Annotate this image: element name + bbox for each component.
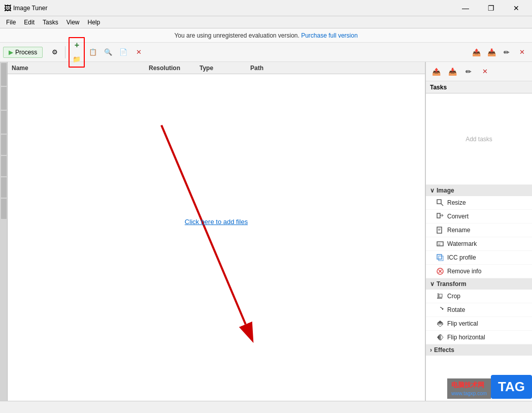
edit-task-icon: ✏ bbox=[466, 68, 472, 76]
delete-button[interactable]: ✕ bbox=[131, 45, 146, 59]
task-export-button[interactable]: 📤 bbox=[469, 45, 483, 59]
section-image[interactable]: ∨ Image bbox=[426, 185, 532, 196]
section-transform[interactable]: ∨ Transform bbox=[426, 278, 532, 290]
section-effects-chevron: › bbox=[430, 346, 432, 354]
thumb-item bbox=[1, 135, 7, 155]
copy-button[interactable]: 📋 bbox=[86, 45, 100, 59]
svg-line-3 bbox=[441, 204, 443, 206]
edit-icon: ✏ bbox=[504, 48, 510, 56]
menu-view[interactable]: View bbox=[62, 18, 84, 27]
task-item-flipv[interactable]: Flip vertical bbox=[426, 317, 532, 331]
add-file-highlight-box: + 📁 bbox=[69, 37, 85, 68]
import-icon: 📥 bbox=[487, 48, 496, 56]
close-button[interactable]: ✕ bbox=[505, 0, 528, 16]
section-transform-chevron: ∨ bbox=[430, 280, 435, 288]
section-image-label: Image bbox=[437, 187, 454, 194]
svg-marker-25 bbox=[437, 334, 440, 340]
col-header-type: Type bbox=[195, 65, 246, 72]
resize-icon bbox=[436, 199, 444, 207]
fliph-icon bbox=[436, 333, 444, 341]
section-image-chevron: ∨ bbox=[430, 187, 435, 194]
process-button[interactable]: ▶ Process bbox=[3, 47, 43, 58]
convert-icon bbox=[436, 212, 444, 220]
add-task-icon: 📤 bbox=[432, 68, 441, 76]
task-item-icc[interactable]: ICC profile bbox=[426, 251, 532, 265]
search-icon: 🔍 bbox=[104, 48, 112, 56]
click-to-add-link[interactable]: Click here to add files bbox=[185, 218, 248, 226]
settings-button[interactable]: ⚙ bbox=[48, 45, 62, 59]
task-item-fliph[interactable]: Flip horizontal bbox=[426, 331, 532, 344]
tasks-header: Tasks bbox=[426, 81, 532, 93]
svg-marker-21 bbox=[442, 308, 444, 310]
menu-tasks[interactable]: Tasks bbox=[39, 18, 62, 27]
right-toolbar-btn3[interactable]: ✏ bbox=[461, 65, 476, 79]
add-file-button[interactable]: + bbox=[70, 38, 84, 52]
menu-edit[interactable]: Edit bbox=[20, 18, 39, 27]
app-icon: 🖼 bbox=[4, 4, 11, 12]
task-label-removeinfo: Remove info bbox=[447, 268, 481, 275]
col-header-path: Path bbox=[246, 65, 425, 72]
crop-icon bbox=[436, 292, 444, 300]
process-icon: ▶ bbox=[9, 49, 13, 56]
section-transform-label: Transform bbox=[437, 280, 467, 288]
task-label-icc: ICC profile bbox=[447, 254, 476, 261]
copy-icon: 📋 bbox=[89, 48, 97, 56]
svg-text:W: W bbox=[438, 243, 441, 246]
thumb-item bbox=[1, 63, 7, 86]
window-controls: — ❐ ✕ bbox=[454, 0, 528, 16]
task-item-watermark[interactable]: W Watermark bbox=[426, 237, 532, 251]
task-item-resize[interactable]: Resize bbox=[426, 196, 532, 210]
svg-rect-14 bbox=[439, 256, 443, 261]
task-label-resize: Resize bbox=[447, 199, 466, 206]
svg-marker-27 bbox=[441, 334, 443, 340]
notification-text: You are using unregistered evaluation ve… bbox=[174, 32, 299, 39]
menu-help[interactable]: Help bbox=[84, 18, 105, 27]
task-label-rotate: Rotate bbox=[447, 306, 465, 313]
task-label-convert: Convert bbox=[447, 213, 469, 220]
file-area[interactable]: Click here to add files bbox=[8, 74, 425, 401]
svg-rect-20 bbox=[439, 294, 442, 297]
remove-task-icon: ✕ bbox=[482, 68, 488, 75]
file-panel: Name Resolution Type Path Click here to … bbox=[8, 62, 425, 401]
task-close-button[interactable]: ✕ bbox=[515, 45, 529, 59]
import-task-icon: 📥 bbox=[448, 68, 457, 76]
tasks-list: ∨ Image Resize Convert bbox=[426, 185, 532, 401]
svg-rect-2 bbox=[437, 200, 441, 204]
app-title: Image Tuner bbox=[13, 5, 454, 12]
section-effects[interactable]: › Effects bbox=[426, 344, 532, 356]
watermark-icon: W bbox=[436, 240, 444, 248]
add-folder-button[interactable]: 📁 bbox=[70, 52, 84, 67]
svg-marker-22 bbox=[437, 321, 443, 323]
toolbar-right: 📤 📥 ✏ ✕ bbox=[469, 45, 529, 59]
search-button[interactable]: 🔍 bbox=[101, 45, 115, 59]
section-effects-label: Effects bbox=[434, 346, 454, 354]
menu-file[interactable]: File bbox=[2, 18, 20, 27]
task-import-button[interactable]: 📥 bbox=[484, 45, 498, 59]
task-label-flipv: Flip vertical bbox=[447, 320, 478, 327]
restore-button[interactable]: ❐ bbox=[479, 0, 503, 16]
task-close-icon: ✕ bbox=[519, 48, 525, 56]
task-item-rename[interactable]: Rename bbox=[426, 224, 532, 237]
task-item-convert[interactable]: Convert bbox=[426, 210, 532, 224]
gear-icon: ⚙ bbox=[52, 48, 58, 56]
svg-rect-13 bbox=[437, 255, 442, 259]
file-info-button[interactable]: 📄 bbox=[116, 45, 130, 59]
watermark-left: 电脑技术网 www.tagxp.com bbox=[447, 378, 491, 399]
svg-marker-24 bbox=[437, 324, 443, 327]
task-item-rotate[interactable]: Rotate bbox=[426, 303, 532, 317]
task-edit-button[interactable]: ✏ bbox=[500, 45, 514, 59]
right-panel: 📤 📥 ✏ ✕ Tasks Add tasks ∨ Image bbox=[425, 62, 532, 401]
thumb-item bbox=[1, 199, 7, 219]
right-toolbar-btn1[interactable]: 📤 bbox=[429, 65, 443, 79]
right-toolbar-btn4[interactable]: ✕ bbox=[478, 65, 492, 79]
toolbar-separator-1 bbox=[65, 46, 65, 58]
task-item-removeinfo[interactable]: Remove info bbox=[426, 265, 532, 278]
thumb-item bbox=[1, 87, 7, 110]
right-toolbar-btn2[interactable]: 📥 bbox=[445, 65, 459, 79]
menu-bar: File Edit Tasks View Help bbox=[0, 16, 532, 28]
add-tasks-label: Add tasks bbox=[466, 136, 492, 143]
purchase-link[interactable]: Purchase full version bbox=[301, 32, 357, 39]
task-item-crop[interactable]: Crop bbox=[426, 290, 532, 303]
task-label-watermark: Watermark bbox=[447, 240, 477, 247]
minimize-button[interactable]: — bbox=[454, 0, 477, 16]
